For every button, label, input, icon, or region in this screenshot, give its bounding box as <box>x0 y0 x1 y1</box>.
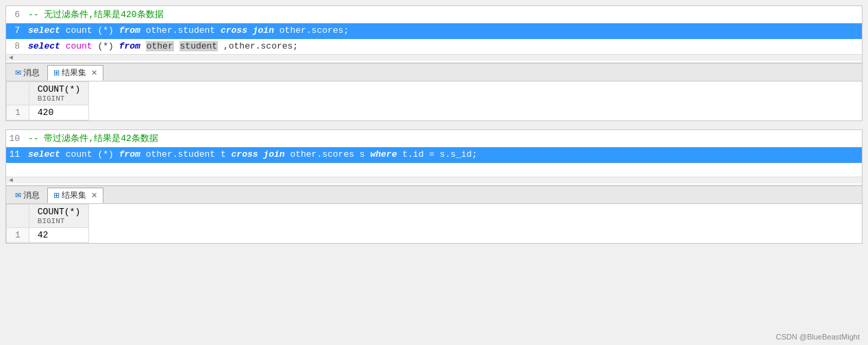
function-count: count <box>66 149 92 159</box>
keyword-where: where <box>370 149 397 159</box>
tab-close-icon[interactable]: ✕ <box>91 191 97 200</box>
function-count: count <box>66 25 92 36</box>
col-name: COUNT(*) <box>38 84 80 94</box>
table-header-row: COUNT(*) BIGINT <box>7 82 89 105</box>
code-line-empty <box>6 163 862 177</box>
tabs-bar-2: ✉ 消息 ⊞ 结果集 ✕ <box>6 186 862 204</box>
tab-results-label: 结果集 <box>62 67 86 79</box>
code-area-1: 6 -- 无过滤条件,结果是420条数据 7 select count (*) … <box>6 6 862 63</box>
tab-message-1[interactable]: ✉ 消息 <box>9 65 46 81</box>
table-row: 1 42 <box>7 227 89 242</box>
message-icon: ✉ <box>15 191 21 200</box>
keyword-cross: cross <box>221 25 247 36</box>
table-student: student <box>179 41 219 51</box>
table-row: 1 420 <box>7 105 89 120</box>
scrollbar-hint-2: ◄ <box>6 177 862 183</box>
tab-results-1[interactable]: ⊞ 结果集 ✕ <box>47 65 103 81</box>
code-line-7: 7 select count (*) from other.student cr… <box>6 23 862 39</box>
tab-results-label: 结果集 <box>62 190 86 201</box>
tab-close-icon[interactable]: ✕ <box>91 68 97 77</box>
code-line-10: 10 -- 带过滤条件,结果是42条数据 <box>6 131 862 147</box>
result-area-1: COUNT(*) BIGINT 1 420 <box>6 81 862 120</box>
keyword-select: select <box>28 149 60 159</box>
code-area-2: 10 -- 带过滤条件,结果是42条数据 11 select count (*)… <box>6 130 862 186</box>
scroll-arrow: ◄ <box>9 54 13 62</box>
result-table-1: COUNT(*) BIGINT 1 420 <box>6 81 89 120</box>
sql-code: select count (*) from other student ,oth… <box>25 40 862 54</box>
row-number: 1 <box>7 105 29 120</box>
tabs-bar-1: ✉ 消息 ⊞ 结果集 ✕ <box>6 63 862 81</box>
watermark: CSDN @BlueBeastMight <box>776 333 860 341</box>
code-line-6: 6 -- 无过滤条件,结果是420条数据 <box>6 8 862 23</box>
panel-2: 10 -- 带过滤条件,结果是42条数据 11 select count (*)… <box>5 129 863 244</box>
message-icon: ✉ <box>15 68 21 77</box>
scroll-arrow: ◄ <box>9 177 13 184</box>
line-number: 11 <box>6 148 25 162</box>
tab-message-label: 消息 <box>23 67 40 79</box>
sql-code: select count (*) from other.student cros… <box>25 24 862 38</box>
grid-icon: ⊞ <box>53 191 60 200</box>
keyword-select: select <box>28 25 60 36</box>
function-count: count <box>66 41 92 51</box>
tab-message-2[interactable]: ✉ 消息 <box>9 188 46 203</box>
keyword-from: from <box>119 41 140 51</box>
keyword-select: select <box>28 41 60 51</box>
cell-value: 420 <box>29 105 88 120</box>
result-table-2: COUNT(*) BIGINT 1 42 <box>6 204 89 243</box>
tab-results-2[interactable]: ⊞ 结果集 ✕ <box>47 188 103 203</box>
scrollbar-hint: ◄ <box>6 54 862 61</box>
keyword-join: join <box>253 25 274 36</box>
comment-line: -- 带过滤条件,结果是42条数据 <box>25 132 862 146</box>
col-count-header: COUNT(*) BIGINT <box>29 82 88 105</box>
keyword-from: from <box>119 25 140 36</box>
col-type: BIGINT <box>38 94 80 103</box>
line-number: 7 <box>6 24 25 38</box>
row-num-header <box>7 82 29 105</box>
row-number: 1 <box>7 227 29 242</box>
line-number: 8 <box>6 40 25 54</box>
result-area-2: COUNT(*) BIGINT 1 42 <box>6 204 862 243</box>
col-name: COUNT(*) <box>38 207 80 217</box>
line-number: 6 <box>6 8 25 23</box>
cell-value: 42 <box>29 227 88 242</box>
comment-line: -- 无过滤条件,结果是420条数据 <box>25 8 862 23</box>
panel-1: 6 -- 无过滤条件,结果是420条数据 7 select count (*) … <box>5 5 863 121</box>
col-type: BIGINT <box>38 217 80 225</box>
table-header-row: COUNT(*) BIGINT <box>7 204 89 227</box>
code-line-8: 8 select count (*) from other student ,o… <box>6 39 862 55</box>
row-num-header <box>7 204 29 227</box>
tab-message-label: 消息 <box>23 190 40 201</box>
grid-icon: ⊞ <box>53 68 60 77</box>
code-line-11: 11 select count (*) from other.student t… <box>6 147 862 163</box>
keyword-cross: cross <box>232 149 258 159</box>
sql-code: select count (*) from other.student t cr… <box>25 148 862 162</box>
col-count-header: COUNT(*) BIGINT <box>29 204 88 227</box>
line-number: 10 <box>6 132 25 146</box>
keyword-from: from <box>119 149 140 159</box>
table-other: other <box>146 41 174 51</box>
keyword-join: join <box>263 149 284 159</box>
